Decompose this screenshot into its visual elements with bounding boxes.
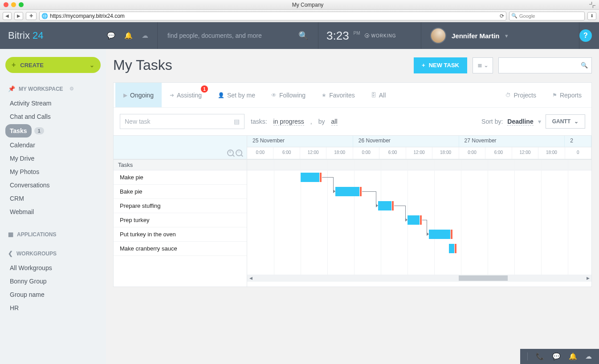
page-header: My Tasks + NEW TASK ≣ ⌄ 🔍 bbox=[113, 57, 592, 73]
tab-favorites[interactable]: ★Favorites bbox=[314, 83, 363, 107]
nav-add[interactable]: ✚ bbox=[26, 12, 37, 20]
scrollbar-thumb[interactable] bbox=[459, 275, 508, 281]
clock-widget[interactable]: 3:23 PM WORKING bbox=[318, 29, 421, 43]
task-row[interactable]: Put turkey in the oven bbox=[114, 227, 247, 242]
user-menu[interactable]: Jennifer Martin ▾ bbox=[421, 28, 579, 44]
sidebar-item[interactable]: CRM bbox=[5, 192, 101, 205]
global-search-placeholder: find people, documents, and more bbox=[167, 32, 262, 39]
sidebar-item[interactable]: Calendar bbox=[5, 138, 101, 152]
zoom-in-icon[interactable] bbox=[227, 150, 234, 156]
gantt-timeline[interactable]: 25 November26 November27 November2 0:006… bbox=[247, 136, 591, 287]
task-row[interactable]: Prepare stuffing bbox=[114, 199, 247, 213]
address-bar[interactable]: 🌐 https://mycompany.bitrix24.com ⟳ bbox=[39, 12, 506, 20]
bottom-bar: 📞 💬 🔔 ☁ bbox=[520, 349, 599, 364]
tab-set-by-me[interactable]: 👤Set by me bbox=[210, 83, 263, 107]
form-icon: ▤ bbox=[234, 118, 240, 125]
task-row[interactable]: Bake pie bbox=[114, 185, 247, 199]
tab-assisting[interactable]: ➜Assisting1 bbox=[162, 83, 210, 107]
scroll-left-icon[interactable]: ◀ bbox=[247, 276, 254, 280]
create-label: CREATE bbox=[20, 62, 43, 69]
gantt-bar-deadline[interactable] bbox=[392, 201, 394, 210]
gantt-bar[interactable] bbox=[378, 201, 391, 210]
bell-icon[interactable]: 🔔 bbox=[124, 32, 133, 40]
sidebar-item[interactable]: My Photos bbox=[5, 165, 101, 178]
chat-icon[interactable]: 💬 bbox=[107, 32, 115, 40]
gantt-hour-header: 18:00 bbox=[432, 147, 459, 159]
chat-icon[interactable]: 💬 bbox=[552, 352, 561, 360]
gear-icon[interactable]: ⚙ bbox=[69, 86, 74, 92]
gantt-bar-deadline[interactable] bbox=[455, 244, 456, 253]
cloud-icon[interactable]: ☁ bbox=[585, 352, 592, 360]
nav-forward[interactable]: ▶ bbox=[14, 12, 23, 20]
gantt-bar[interactable] bbox=[407, 215, 420, 225]
quick-task-input[interactable]: New task ▤ bbox=[120, 114, 244, 129]
view-options-button[interactable]: ≣ ⌄ bbox=[473, 57, 493, 73]
arrow-head-icon bbox=[333, 190, 335, 193]
sidebar-item[interactable]: My Drive bbox=[5, 152, 101, 165]
chevron-down-icon[interactable]: ▾ bbox=[538, 118, 541, 125]
sidebar-item[interactable]: Bonny Group bbox=[5, 275, 101, 288]
filter-tasks-value[interactable]: in progress bbox=[273, 118, 304, 125]
browser-search[interactable]: 🔍 Google bbox=[509, 12, 585, 20]
clock-time: 3:23 bbox=[326, 29, 349, 43]
gantt-bar-deadline[interactable] bbox=[451, 230, 452, 239]
help-button[interactable]: ? bbox=[579, 29, 592, 42]
global-search[interactable]: find people, documents, and more 🔍 bbox=[158, 31, 318, 40]
gantt-scrollbar[interactable]: ◀ ▶ bbox=[247, 275, 591, 282]
filter-by-value[interactable]: all bbox=[331, 118, 338, 125]
sidebar-item[interactable]: Tasks bbox=[5, 124, 32, 138]
tab-ongoing[interactable]: ▶Ongoing bbox=[115, 83, 162, 107]
sidebar-item[interactable]: Activity Stream bbox=[5, 97, 101, 110]
sidebar-item[interactable]: Conversations bbox=[5, 178, 101, 192]
gantt-dependency bbox=[362, 191, 376, 206]
sidebar-section-header[interactable]: ❮WORKGROUPS bbox=[5, 250, 101, 257]
new-task-button[interactable]: + NEW TASK bbox=[414, 57, 467, 73]
view-mode-button[interactable]: GANTT ⌄ bbox=[546, 114, 585, 129]
task-row[interactable]: Make pie bbox=[114, 170, 247, 185]
tab-following[interactable]: 👁Following bbox=[263, 83, 314, 107]
gantt-bar-deadline[interactable] bbox=[360, 187, 362, 196]
sortby-value[interactable]: Deadline bbox=[507, 118, 533, 125]
tab-reports[interactable]: ⚑Reports bbox=[544, 83, 590, 107]
sidebar-item[interactable]: Chat and Calls bbox=[5, 110, 101, 123]
app-header: Bitrix 24 💬 🔔 ☁ find people, documents, … bbox=[0, 22, 599, 49]
nav-back[interactable]: ◀ bbox=[3, 12, 12, 20]
brand-logo[interactable]: Bitrix 24 bbox=[0, 30, 107, 41]
gantt-bar-deadline[interactable] bbox=[320, 173, 322, 182]
tab-all[interactable]: 🗄All bbox=[363, 83, 394, 107]
reload-icon[interactable]: ⟳ bbox=[500, 13, 504, 19]
bell-icon[interactable]: 🔔 bbox=[569, 352, 577, 360]
gantt-bar-deadline[interactable] bbox=[420, 215, 422, 225]
gantt-bar[interactable] bbox=[301, 173, 319, 182]
gantt-bar[interactable] bbox=[429, 230, 450, 239]
expand-icon[interactable] bbox=[589, 2, 595, 8]
downloads-icon[interactable]: ⬇ bbox=[587, 12, 596, 20]
task-controls: New task ▤ tasks: in progress , by all S… bbox=[114, 108, 591, 135]
scroll-right-icon[interactable]: ▶ bbox=[584, 276, 591, 280]
zoom-out-icon[interactable] bbox=[236, 150, 242, 156]
mac-close[interactable] bbox=[4, 2, 8, 7]
sidebar-section-header[interactable]: ▦APPLICATIONS bbox=[5, 231, 101, 238]
task-row[interactable]: Prep turkey bbox=[114, 213, 247, 227]
create-button[interactable]: + CREATE ⌄ bbox=[5, 57, 101, 73]
sidebar-item[interactable]: Group name bbox=[5, 288, 101, 301]
tab-icon: 🗄 bbox=[371, 92, 376, 98]
gantt-bar[interactable] bbox=[449, 244, 454, 253]
share-icon: ❮ bbox=[8, 250, 13, 257]
arrow-head-icon bbox=[427, 232, 429, 236]
tab-projects[interactable]: ⏱Projects bbox=[497, 83, 544, 107]
mac-minimize[interactable] bbox=[11, 2, 16, 7]
sidebar-section-header[interactable]: 📌MY WORKSPACE⚙ bbox=[5, 85, 101, 92]
phone-icon[interactable]: 📞 bbox=[536, 352, 544, 360]
tab-icon: 👁 bbox=[271, 92, 277, 98]
sidebar-item[interactable]: All Workgroups bbox=[5, 261, 101, 275]
task-row[interactable]: Make cranberry sauce bbox=[114, 242, 247, 256]
task-search-input[interactable]: 🔍 bbox=[498, 57, 592, 73]
count-badge: 1 bbox=[34, 127, 44, 134]
search-icon: 🔍 bbox=[298, 31, 308, 40]
gantt-bar[interactable] bbox=[335, 187, 359, 196]
mac-zoom[interactable] bbox=[19, 2, 24, 7]
sidebar-item[interactable]: Webmail bbox=[5, 205, 101, 218]
sidebar-item[interactable]: HR bbox=[5, 301, 101, 315]
cloud-icon[interactable]: ☁ bbox=[142, 32, 148, 40]
